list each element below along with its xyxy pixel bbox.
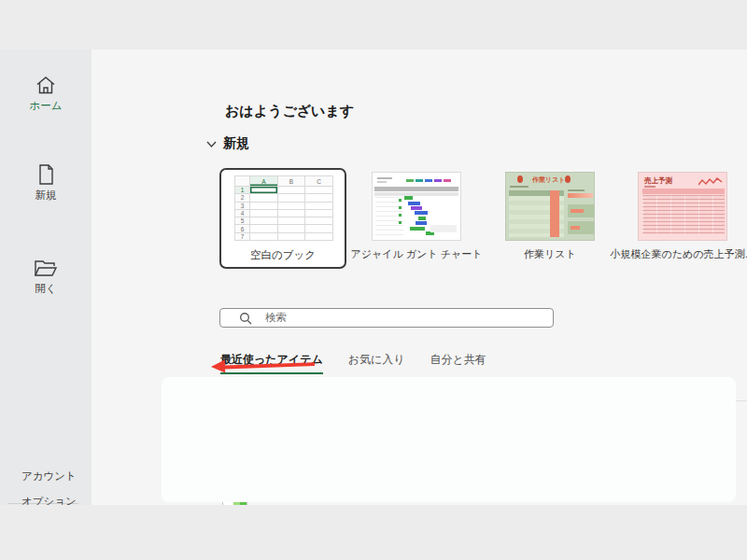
template-sales-forecast-thumbnail[interactable]: 売上予測	[638, 172, 727, 241]
template-label[interactable]: アジャイル ガント チャート	[344, 247, 489, 261]
tab-pinned[interactable]: お気に入り	[348, 352, 405, 374]
template-task-list-thumbnail[interactable]: 作業リスト	[505, 172, 595, 241]
gantt-header-band	[374, 187, 458, 191]
search-icon	[239, 312, 252, 325]
home-icon	[35, 74, 57, 96]
thumb-title: 売上予測	[644, 176, 672, 186]
legend-chip	[434, 179, 442, 182]
sparkline	[698, 177, 723, 187]
gantt-bar	[415, 211, 428, 215]
sidebar-item-account[interactable]: アカウント	[21, 469, 77, 483]
gantt-subheader-band	[374, 192, 458, 196]
template-label[interactable]: 小規模企業のための売上予測…	[599, 247, 747, 261]
spreadsheet-preview: ABC1234567	[234, 175, 333, 241]
template-label: 空白のブック	[221, 248, 345, 262]
legend-chip	[406, 179, 414, 182]
bottom-margin-band	[0, 505, 747, 560]
legend-chip	[425, 179, 432, 182]
legend-chip	[416, 179, 423, 182]
gantt-bar	[410, 227, 425, 231]
gantt-bar	[411, 206, 422, 210]
search-input[interactable]: 検索	[219, 308, 554, 328]
task-panel-bar	[571, 209, 584, 213]
thumb-text-line	[377, 177, 392, 179]
task-status-column	[550, 190, 559, 237]
gantt-note-box	[430, 225, 457, 232]
gantt-bar	[416, 221, 427, 225]
gantt-bar	[418, 217, 426, 220]
sidebar-item-new[interactable]: 新規	[0, 163, 92, 203]
thumb-text-line	[568, 189, 585, 191]
template-agile-gantt-thumbnail[interactable]	[372, 172, 461, 241]
template-blank-workbook[interactable]: ABC1234567 空白のブック	[219, 168, 346, 269]
search-placeholder: 検索	[265, 311, 287, 325]
ladybug-icon	[517, 175, 523, 183]
thumb-title: 作業リスト	[532, 175, 566, 185]
thumb-text-line	[644, 186, 655, 188]
new-section-title: 新規	[223, 135, 249, 152]
open-folder-icon	[34, 259, 58, 279]
arrow-shaft	[223, 362, 315, 369]
task-progress-bar	[568, 193, 593, 198]
excel-backstage-home: おはようございます 新規 ABC1234567 空白のブック	[0, 0, 747, 560]
top-margin-band	[0, 0, 747, 49]
sidebar-item-open[interactable]: 開く	[0, 259, 92, 296]
tab-shared[interactable]: 自分と共有	[430, 352, 486, 374]
template-label[interactable]: 本格的なサービス請求書	[743, 247, 747, 261]
greeting-heading: おはようございます	[225, 103, 354, 120]
sales-table-rows	[642, 195, 725, 234]
sidebar-item-home[interactable]: ホーム	[0, 74, 92, 113]
thumb-text-line	[510, 186, 529, 188]
legend-chip	[444, 179, 451, 182]
gantt-bar	[404, 196, 413, 200]
gantt-status-cells	[399, 199, 402, 202]
sales-table-header	[642, 189, 725, 194]
thumb-text-line	[377, 181, 387, 183]
white-mask-overlay	[162, 377, 736, 502]
app-sidebar: ホーム 新規 開く アカウント オプション	[0, 49, 92, 506]
gantt-task-rows	[375, 197, 403, 236]
new-file-icon	[35, 163, 56, 186]
chevron-down-icon[interactable]	[206, 140, 217, 148]
gantt-bar	[408, 202, 420, 205]
ladybug-icon	[565, 175, 571, 183]
task-panel-bar	[571, 226, 580, 230]
